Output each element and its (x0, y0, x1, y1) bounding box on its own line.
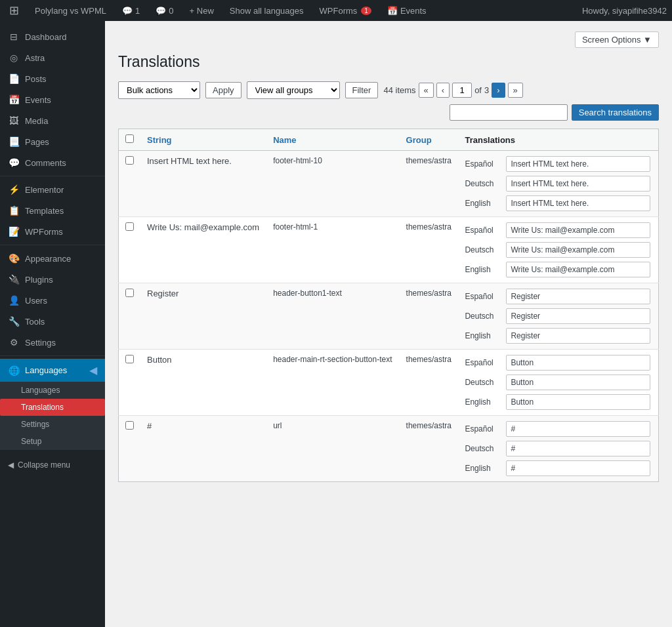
submenu-languages-label: Languages (21, 386, 60, 395)
sidebar-item-label: Settings (25, 338, 56, 348)
cell-name: footer-html-10 (266, 151, 399, 217)
cell-group: themes/astra (400, 217, 459, 283)
sidebar-item-comments[interactable]: 💬 Comments (0, 152, 105, 173)
select-all-checkbox[interactable] (125, 134, 134, 143)
sidebar-item-label: Astra (25, 53, 45, 63)
translation-input[interactable] (506, 308, 650, 324)
sidebar-item-languages[interactable]: 🌐 Languages ◀ (0, 359, 105, 382)
translation-input[interactable] (506, 289, 650, 304)
sidebar-item-label: Plugins (25, 275, 53, 285)
translation-input[interactable] (506, 195, 650, 211)
cell-string: # (140, 416, 266, 482)
translation-row: English (465, 195, 652, 211)
sidebar-item-appearance[interactable]: 🎨 Appearance (0, 248, 105, 269)
row-checkbox[interactable] (125, 156, 134, 165)
translation-input[interactable] (506, 328, 650, 344)
sidebar-item-posts[interactable]: 📄 Posts (0, 68, 105, 89)
sidebar-item-events[interactable]: 📅 Events (0, 89, 105, 110)
sidebar-item-settings[interactable]: ⚙ Settings (0, 332, 105, 353)
pagination-first[interactable]: « (419, 83, 434, 98)
comments-icon: 💬 (8, 157, 20, 168)
languages-arrow-icon: ◀ (89, 364, 97, 376)
events-link[interactable]: 📅 Events (383, 0, 430, 21)
comment2-icon: 💬 (156, 6, 166, 16)
translation-input[interactable] (506, 262, 650, 277)
sidebar-item-plugins[interactable]: 🔌 Plugins (0, 269, 105, 290)
lang-label: Español (465, 358, 501, 367)
submenu-item-setup[interactable]: Setup (0, 433, 105, 450)
dashboard-icon: ⊟ (8, 31, 20, 42)
sidebar-item-label: Dashboard (25, 32, 67, 42)
cell-name: header-button1-text (266, 283, 399, 350)
row-checkbox[interactable] (125, 421, 134, 430)
translation-input[interactable] (506, 156, 650, 172)
menu-divider2 (0, 245, 105, 245)
name-sort-link[interactable]: Name (273, 135, 296, 145)
comments-link2[interactable]: 💬 0 (152, 0, 177, 21)
events-icon: 📅 (387, 6, 398, 16)
sidebar-item-elementor[interactable]: ⚡ Elementor (0, 179, 105, 200)
pagination-current-input[interactable] (452, 83, 472, 98)
sidebar-item-templates[interactable]: 📋 Templates (0, 200, 105, 221)
search-translations-button[interactable]: Search translations (572, 104, 659, 121)
translation-input[interactable] (506, 394, 650, 410)
translation-input[interactable] (506, 242, 650, 258)
events-label: Events (400, 6, 427, 16)
pagination-last[interactable]: » (508, 83, 523, 98)
submenu-item-languages[interactable]: Languages (0, 382, 105, 399)
translation-row: Español (465, 421, 652, 437)
bulk-actions-select[interactable]: Bulk actions (118, 81, 200, 99)
lang-label: English (465, 199, 501, 208)
sidebar-item-wpforms[interactable]: 📝 WPForms (0, 221, 105, 242)
translation-input[interactable] (506, 222, 650, 238)
string-sort-link[interactable]: String (147, 135, 172, 145)
translation-input[interactable] (506, 176, 650, 192)
sidebar-item-label: WPForms (25, 227, 63, 237)
sidebar-item-dashboard[interactable]: ⊟ Dashboard (0, 26, 105, 47)
row-checkbox[interactable] (125, 355, 134, 363)
translation-input[interactable] (506, 374, 650, 390)
sidebar-item-tools[interactable]: 🔧 Tools (0, 311, 105, 332)
group-sort-link[interactable]: Group (406, 135, 432, 145)
screen-options-button[interactable]: Screen Options ▼ (575, 31, 659, 48)
apply-button[interactable]: Apply (205, 82, 242, 98)
admin-bar: ⊞ Polylang vs WPML 💬 1 💬 0 + New Show al… (0, 0, 672, 21)
sidebar-item-users[interactable]: 👤 Users (0, 290, 105, 311)
new-content-link[interactable]: + New (186, 0, 218, 21)
site-name: Polylang vs WPML (35, 6, 106, 16)
pages-icon: 📃 (8, 136, 20, 147)
elementor-icon: ⚡ (8, 184, 20, 195)
translation-input[interactable] (506, 355, 650, 371)
view-all-groups-select[interactable]: View all groups (247, 81, 340, 99)
translation-input[interactable] (506, 421, 650, 437)
sidebar-item-label: Elementor (25, 185, 64, 195)
translation-row: Deutsch (465, 176, 652, 192)
filter-button[interactable]: Filter (345, 82, 379, 98)
sidebar-item-astra[interactable]: ◎ Astra (0, 47, 105, 68)
sidebar-item-pages[interactable]: 📃 Pages (0, 131, 105, 152)
wpforms-link[interactable]: WPForms 1 (316, 0, 375, 21)
submenu-setup-label: Setup (21, 437, 41, 446)
cell-string: Button (140, 350, 266, 416)
translation-input[interactable] (506, 441, 650, 456)
sidebar-item-media[interactable]: 🖼 Media (0, 110, 105, 131)
site-name-link[interactable]: Polylang vs WPML (31, 0, 110, 21)
col-header-string: String (140, 129, 266, 151)
pagination-prev[interactable]: ‹ (436, 83, 450, 98)
translation-row: English (465, 460, 652, 476)
submenu-item-translations[interactable]: Translations (0, 399, 105, 416)
search-input[interactable] (450, 104, 568, 121)
translations-table: String Name Group Translations Insert HT… (118, 129, 659, 482)
posts-icon: 📄 (8, 73, 20, 84)
cell-name: header-main-rt-section-button-text (266, 350, 399, 416)
settings-icon: ⚙ (8, 337, 20, 348)
comments-link[interactable]: 💬 1 (118, 0, 144, 21)
pagination-next[interactable]: › (492, 83, 505, 98)
wp-logo-icon[interactable]: ⊞ (5, 0, 23, 21)
show-all-languages-link[interactable]: Show all languages (226, 0, 308, 21)
row-checkbox[interactable] (125, 289, 134, 297)
translation-input[interactable] (506, 460, 650, 476)
submenu-item-settings[interactable]: Settings (0, 416, 105, 433)
row-checkbox[interactable] (125, 222, 134, 231)
collapse-menu-button[interactable]: ◀ Collapse menu (0, 455, 105, 475)
